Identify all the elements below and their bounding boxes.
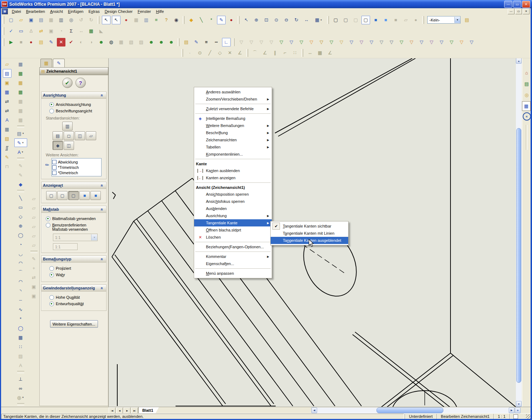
- document-icon[interactable]: ▦: [2, 9, 8, 14]
- style-shaded-edges-button[interactable]: ■: [79, 191, 90, 200]
- vertical-scrollbar[interactable]: ▲ ▼: [516, 58, 522, 407]
- annotation-views-button[interactable]: ▣: [3, 78, 11, 87]
- context-menu-item-zeichenansichten[interactable]: Zeichenansichten▶: [194, 136, 272, 143]
- record-macro-button[interactable]: ●: [227, 16, 236, 24]
- select-button[interactable]: ↖: [102, 16, 110, 24]
- view-layout-button[interactable]: ▤: [3, 69, 11, 78]
- scale-combo[interactable]: 1:1▼: [53, 234, 98, 241]
- help-button[interactable]: ?: [162, 16, 171, 24]
- filter-planes-button[interactable]: ▽: [337, 38, 346, 47]
- new-note-button[interactable]: ▤: [37, 38, 45, 47]
- web-clock-button[interactable]: ◍: [107, 38, 115, 47]
- view-option-abwicklung[interactable]: Abwicklung: [52, 159, 101, 165]
- toolbar-handle[interactable]: [422, 16, 424, 24]
- filter-dimensions-button[interactable]: ▽: [367, 38, 376, 47]
- help-button[interactable]: ?: [75, 78, 86, 88]
- layer-dropdown[interactable]: -Kein-▼: [427, 16, 460, 24]
- sheet-format-button[interactable]: ▥: [142, 16, 151, 24]
- context-menu-item-kommentar[interactable]: Kommentar▶: [194, 253, 272, 260]
- select-filter-button[interactable]: ↖: [112, 16, 120, 24]
- grid-snap-button[interactable]: ∟: [222, 38, 231, 47]
- toolbar-handle[interactable]: [246, 49, 248, 57]
- filter-faces-button[interactable]: ▽: [297, 38, 306, 47]
- view-right-button[interactable]: ◫: [75, 131, 85, 140]
- print-button[interactable]: ▥: [57, 16, 65, 24]
- person-a-button[interactable]: ☻: [147, 38, 156, 47]
- sk-parabola-button[interactable]: ◡: [16, 249, 25, 258]
- taskpane-tab-palette[interactable]: ▦: [522, 101, 531, 111]
- mdi-minimize-button[interactable]: —: [508, 9, 514, 14]
- expand-right-icon[interactable]: »: [515, 407, 521, 413]
- view-front-button[interactable]: ◻: [64, 131, 74, 140]
- rotate-view-button[interactable]: ↻: [292, 16, 301, 24]
- sk-point-button[interactable]: *: [16, 314, 25, 323]
- section-sketch-button[interactable]: ∬: [3, 143, 11, 152]
- error-report-button[interactable]: ✕: [57, 38, 65, 47]
- context-menu-item-öffnen-blacha-sldprt[interactable]: Öffnen blacha.sldprt: [194, 226, 272, 234]
- checkbox-icon[interactable]: [52, 165, 56, 170]
- vertical-scroll-thumb[interactable]: [516, 128, 521, 383]
- taskpane-tab-search[interactable]: ◎: [522, 90, 531, 100]
- measure-button[interactable]: ▭: [17, 27, 25, 35]
- menu-hilfe[interactable]: Hilfe: [153, 9, 166, 14]
- status-checkbox[interactable]: [513, 414, 518, 419]
- zoom-in-out-button[interactable]: ⊙: [272, 16, 281, 24]
- menu-einfügen[interactable]: Einfügen: [65, 9, 86, 14]
- sheet-properties-button[interactable]: ▤: [37, 16, 45, 24]
- menu-bearbeiten[interactable]: Bearbeiten: [24, 9, 48, 14]
- context-menu-item-tabellen[interactable]: Tabellen▶: [194, 143, 272, 151]
- view-back-button[interactable]: ▱: [86, 131, 96, 140]
- menu-datei[interactable]: Datei: [9, 9, 24, 14]
- resize-grip[interactable]: [526, 414, 531, 419]
- taskpane-tab-home[interactable]: ⌂: [522, 68, 531, 78]
- update-views-button[interactable]: ⇄: [3, 106, 11, 115]
- context-menu-item-anderes-auswählen[interactable]: Anderes auswählen: [194, 88, 272, 96]
- swap-views-button[interactable]: ⇄: [3, 97, 11, 106]
- sk-arc-tangent-button[interactable]: ◝: [16, 287, 25, 295]
- context-menu-item-zuletzt-verwendete-befehle[interactable]: Zuletzt verwendete Befehle▶: [194, 105, 272, 112]
- sk-arc-center-button[interactable]: ◠: [16, 277, 25, 286]
- context-menu-item-kanten-ausblenden[interactable]: →Kanten ausblenden: [194, 167, 272, 174]
- radio-projiziert[interactable]: Projiziert: [49, 266, 105, 271]
- checkbox-icon[interactable]: [52, 160, 56, 164]
- screen-capture-button[interactable]: ◉: [172, 16, 181, 24]
- table-hole-button[interactable]: ▦: [16, 69, 25, 78]
- run-macro-button[interactable]: ▶: [7, 38, 15, 47]
- line-thickness-button[interactable]: ≡: [202, 38, 211, 47]
- print-preview-button[interactable]: ◎: [67, 16, 75, 24]
- menu-fenster[interactable]: Fenster: [135, 9, 153, 14]
- toolbar-handle[interactable]: [233, 38, 235, 46]
- toolbar-handle[interactable]: [327, 16, 329, 24]
- design-note-button[interactable]: ✎: [3, 153, 11, 161]
- filter-components-button[interactable]: ▽: [457, 38, 466, 47]
- context-menu-item-zoomen-verschieben-drehen[interactable]: Zoomen/Verschieben/Drehen▶: [194, 96, 272, 103]
- sketch-point-button[interactable]: *: [207, 16, 216, 24]
- first-sheet-button[interactable]: |◀: [109, 407, 115, 414]
- filter-more-button[interactable]: ▽: [467, 38, 476, 47]
- toolbar-handle[interactable]: [178, 38, 179, 46]
- menu-extras[interactable]: Extras: [86, 9, 102, 14]
- layer-properties-button[interactable]: ▤: [463, 16, 471, 24]
- toolbar-handle[interactable]: [3, 38, 4, 46]
- move-copy-button[interactable]: ⇄: [37, 27, 45, 35]
- sk-spline-button[interactable]: ∿: [16, 305, 25, 314]
- context-menu-item-tangentiale-kante[interactable]: Tangentiale Kante▶: [194, 219, 272, 226]
- record-pause-button[interactable]: ●: [27, 38, 35, 47]
- spell-check-button[interactable]: ✓: [7, 27, 15, 35]
- context-menu-item-ansichtsfokus-sperren[interactable]: Ansichtsfokus sperren: [194, 198, 272, 205]
- more-properties-button[interactable]: Weitere Eigenschaften...: [50, 320, 98, 328]
- mdi-restore-button[interactable]: ▭: [515, 9, 522, 14]
- design-check-button[interactable]: ✔: [67, 38, 75, 47]
- context-menu-item-beschriftung[interactable]: Beschriftung▶: [194, 129, 272, 136]
- radio-wahr[interactable]: Wahr: [49, 273, 105, 277]
- checkbox-icon[interactable]: [52, 171, 56, 175]
- filter-vertices-button[interactable]: ▽: [277, 38, 286, 47]
- view-orientation-button[interactable]: ▦▼: [312, 16, 325, 24]
- style-shaded-button[interactable]: ■: [90, 191, 101, 200]
- layer-button[interactable]: ▤: [182, 38, 191, 47]
- radio-benutzerdefiniert[interactable]: BenutzerdefiniertenMaßstab verwenden: [46, 223, 105, 231]
- sk-ellipse-button[interactable]: ◯: [16, 231, 25, 239]
- zoom-previous-button[interactable]: ↖: [242, 16, 251, 24]
- more-views-listbox[interactable]: Abwicklung*Trimetrisch*Dimetrisch: [51, 158, 102, 176]
- filter-datums-button[interactable]: ▽: [427, 38, 436, 47]
